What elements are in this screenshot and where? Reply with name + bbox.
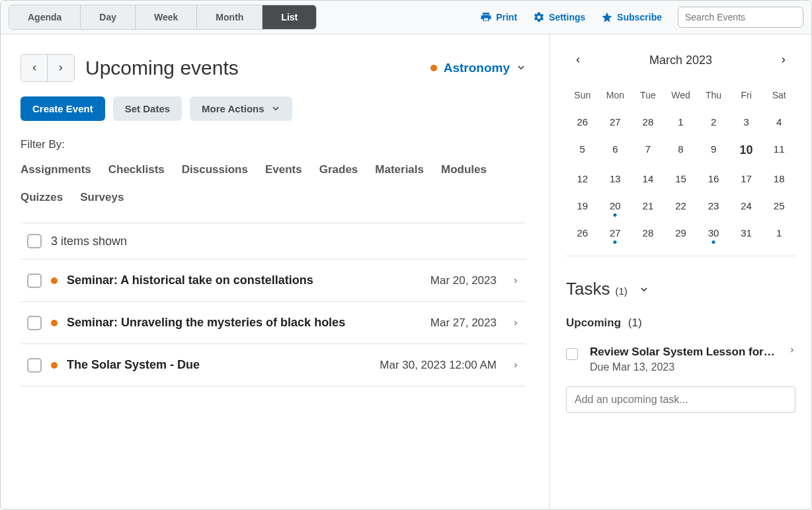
minical-header: March 2023 — [566, 52, 795, 69]
period-nav — [20, 54, 75, 82]
tab-day[interactable]: Day — [81, 5, 136, 29]
minical-day[interactable]: 24 — [730, 192, 763, 219]
task-body: Review Solar System Lesson for…Due Mar 1… — [590, 346, 777, 373]
mini-calendar: SunMonTueWedThuFriSat 262728123456789101… — [566, 85, 795, 256]
minical-day[interactable]: 11 — [762, 135, 795, 165]
search-input[interactable] — [685, 12, 801, 22]
tab-agenda[interactable]: Agenda — [9, 5, 81, 29]
minical-day[interactable]: 28 — [631, 108, 665, 135]
minical-day[interactable]: 21 — [631, 192, 665, 219]
minical-dow: Thu — [697, 85, 730, 108]
minical-day[interactable]: 29 — [665, 219, 698, 246]
minical-day[interactable]: 18 — [762, 165, 795, 192]
minical-next-button[interactable] — [776, 52, 792, 69]
next-period-button[interactable] — [48, 55, 74, 81]
minical-day[interactable]: 26 — [566, 108, 599, 135]
tasks-subcount: (1) — [628, 316, 642, 329]
chevron-down-icon — [639, 285, 649, 295]
print-button[interactable]: Print — [480, 11, 517, 23]
prev-period-button[interactable] — [21, 55, 48, 81]
select-all-checkbox[interactable] — [27, 234, 42, 248]
minical-dow: Fri — [730, 85, 763, 108]
chevron-right-icon — [789, 346, 795, 355]
subscribe-button[interactable]: Subscribe — [601, 11, 662, 23]
task-name: Review Solar System Lesson for… — [590, 346, 777, 359]
filter-discussions[interactable]: Discussions — [182, 163, 248, 176]
task-item[interactable]: Review Solar System Lesson for…Due Mar 1… — [566, 346, 795, 373]
print-icon — [480, 11, 492, 23]
minical-prev-button[interactable] — [570, 52, 586, 69]
add-task-box[interactable] — [566, 386, 795, 413]
set-dates-button[interactable]: Set Dates — [113, 96, 182, 121]
tasks-header[interactable]: Tasks (1) — [566, 279, 795, 299]
tab-list[interactable]: List — [263, 5, 316, 29]
event-checkbox[interactable] — [27, 273, 42, 288]
minical-day[interactable]: 1 — [665, 108, 698, 135]
minical-day[interactable]: 14 — [631, 165, 665, 192]
minical-week: 2627282930311 — [566, 219, 795, 246]
minical-day[interactable]: 3 — [730, 108, 763, 135]
course-name: Astronomy — [444, 61, 510, 75]
filter-modules[interactable]: Modules — [441, 163, 487, 176]
minical-day[interactable]: 1 — [762, 219, 795, 246]
minical-day[interactable]: 17 — [730, 165, 763, 192]
course-selector[interactable]: Astronomy — [430, 61, 526, 75]
minical-day[interactable]: 6 — [599, 135, 632, 165]
minical-day[interactable]: 26 — [566, 219, 599, 246]
minical-day[interactable]: 4 — [762, 108, 795, 135]
minical-day[interactable]: 30 — [697, 219, 730, 246]
tasks-count: (1) — [615, 285, 627, 297]
minical-day[interactable]: 23 — [697, 192, 730, 219]
minical-day[interactable]: 7 — [631, 135, 665, 165]
event-item[interactable]: Seminar: Unraveling the mysteries of bla… — [20, 301, 526, 344]
filter-events[interactable]: Events — [265, 163, 302, 176]
minical-day[interactable]: 28 — [631, 219, 665, 246]
star-icon — [601, 11, 613, 23]
filter-surveys[interactable]: Surveys — [80, 191, 124, 204]
search-box[interactable] — [678, 7, 803, 28]
minical-day[interactable]: 2 — [697, 108, 730, 135]
filter-checklists[interactable]: Checklists — [108, 163, 165, 176]
topbar: AgendaDayWeekMonthList Print Settings Su… — [1, 1, 811, 34]
tasks-panel: Tasks (1) Upcoming (1) Review Solar Syst… — [566, 279, 795, 413]
filter-materials[interactable]: Materials — [375, 163, 424, 176]
minical-day[interactable]: 5 — [566, 135, 599, 165]
minical-week: 2627281234 — [566, 108, 795, 135]
minical-day[interactable]: 13 — [599, 165, 632, 192]
minical-day[interactable]: 20 — [599, 192, 632, 219]
more-actions-button[interactable]: More Actions — [190, 96, 292, 121]
minical-day[interactable]: 22 — [665, 192, 698, 219]
tab-month[interactable]: Month — [197, 5, 263, 29]
create-event-button[interactable]: Create Event — [20, 96, 105, 121]
minical-day[interactable]: 31 — [730, 219, 763, 246]
filter-grades[interactable]: Grades — [319, 163, 358, 176]
event-date: Mar 30, 2023 12:00 AM — [380, 359, 497, 372]
event-title: Seminar: Unraveling the mysteries of bla… — [67, 314, 421, 332]
chevron-right-icon — [512, 276, 519, 285]
minical-day[interactable]: 9 — [697, 135, 730, 165]
add-task-input[interactable] — [575, 394, 787, 406]
task-checkbox[interactable] — [566, 348, 578, 360]
filter-quizzes[interactable]: Quizzes — [20, 191, 63, 204]
minical-day[interactable]: 27 — [599, 219, 632, 246]
minical-day[interactable]: 16 — [697, 165, 730, 192]
minical-dow: Tue — [631, 85, 665, 108]
event-checkbox[interactable] — [27, 358, 42, 373]
minical-day[interactable]: 10 — [730, 135, 763, 165]
event-color-dot — [51, 320, 58, 326]
event-item[interactable]: The Solar System - DueMar 30, 2023 12:00… — [20, 344, 526, 386]
minical-day[interactable]: 19 — [566, 192, 599, 219]
more-actions-label: More Actions — [202, 103, 264, 114]
sidebar: March 2023 SunMonTueWedThuFriSat 2627281… — [550, 34, 811, 509]
button-row: Create Event Set Dates More Actions — [20, 96, 526, 121]
event-checkbox[interactable] — [27, 316, 42, 330]
tab-week[interactable]: Week — [136, 5, 197, 29]
settings-button[interactable]: Settings — [533, 11, 585, 23]
event-item[interactable]: Seminar: A historical take on constellat… — [20, 259, 526, 301]
filter-assignments[interactable]: Assignments — [20, 163, 91, 176]
minical-day[interactable]: 25 — [762, 192, 795, 219]
minical-day[interactable]: 8 — [665, 135, 698, 165]
minical-day[interactable]: 27 — [599, 108, 632, 135]
minical-day[interactable]: 12 — [566, 165, 599, 192]
minical-day[interactable]: 15 — [665, 165, 698, 192]
